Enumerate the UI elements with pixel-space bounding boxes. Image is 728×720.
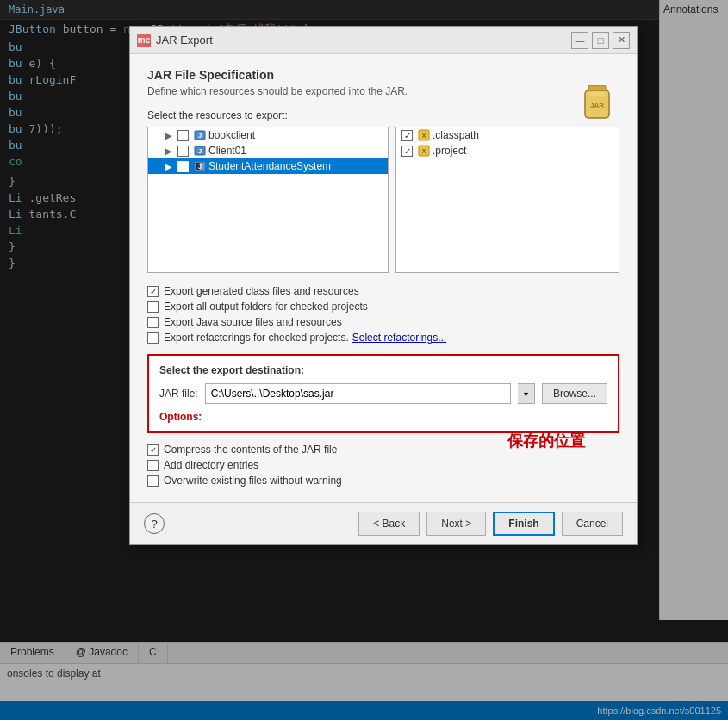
svg-text:X: X [422, 133, 426, 139]
svg-rect-0 [588, 85, 606, 90]
footer-left: ? [144, 513, 165, 534]
tree-label-bookclient: bookclient [208, 129, 255, 141]
file-item-project[interactable]: X .project [396, 143, 619, 158]
file-icon-classpath: X [418, 129, 430, 141]
jar-file-input[interactable]: C:\Users\..\Desktop\sas.jar [205, 383, 511, 404]
resource-label: Select the resources to export: [147, 109, 619, 121]
opt-label-0: Export generated class files and resourc… [164, 285, 359, 297]
dialog-body: JAR File Specification Define which reso… [130, 54, 637, 502]
compress-row-1: Add directory entries [147, 457, 619, 473]
file-icon-project: X [418, 145, 430, 157]
tree-label-student: StudentAttendanceSystem [208, 160, 331, 172]
tree-item-student[interactable]: ▶ J StudentAttendanceSystem [148, 158, 388, 174]
jar-file-label: JAR file: [159, 388, 198, 400]
options-label: Options: [159, 411, 607, 423]
svg-text:J: J [198, 132, 202, 140]
opt-row-1: Export all output folders for checked pr… [147, 299, 619, 314]
compress-checkbox-2[interactable] [147, 475, 159, 487]
svg-text:JAR: JAR [590, 102, 604, 109]
files-panel[interactable]: X .classpath X .project [395, 127, 619, 273]
compress-checkbox-0[interactable] [147, 444, 159, 456]
opt-checkbox-2[interactable] [147, 317, 159, 328]
annotation-text: 保存的位置 [507, 431, 585, 451]
checkbox-classpath[interactable] [401, 130, 413, 141]
opt-row-2: Export Java source files and resources [147, 314, 619, 330]
project-icon-bookclient: J [194, 129, 206, 141]
jar-export-dialog: me JAR Export — □ ✕ JAR File Specificati… [129, 26, 638, 545]
dialog-window-controls: — □ ✕ [571, 32, 630, 49]
tree-panel[interactable]: ▶ J bookclient ▶ J Client01 [147, 127, 389, 273]
svg-point-2 [588, 91, 606, 96]
export-dest-section: Select the export destination: JAR file:… [147, 354, 619, 433]
opt-checkbox-0[interactable] [147, 286, 159, 297]
compress-row-2: Overwrite existing files without warning [147, 473, 619, 488]
checkbox-project[interactable] [401, 146, 413, 157]
back-button[interactable]: < Back [358, 512, 420, 536]
tree-item-client01[interactable]: ▶ J Client01 [148, 143, 388, 158]
opt-label-2: Export Java source files and resources [164, 316, 342, 328]
cancel-button[interactable]: Cancel [562, 512, 623, 536]
checkbox-client01[interactable] [177, 146, 189, 157]
tree-item-bookclient[interactable]: ▶ J bookclient [148, 127, 388, 143]
jar-file-value: C:\Users\..\Desktop\sas.jar [211, 388, 334, 400]
close-button[interactable]: ✕ [613, 32, 630, 49]
help-button[interactable]: ? [144, 513, 165, 534]
opt-row-3: Export refactorings for checked projects… [147, 330, 619, 345]
minimize-button[interactable]: — [571, 32, 588, 49]
footer-right: < Back Next > Finish Cancel [358, 512, 623, 536]
compress-label-0: Compress the contents of the JAR file [164, 444, 337, 456]
select-refactorings-link[interactable]: Select refactorings... [352, 332, 446, 344]
tree-arrow-bookclient: ▶ [165, 131, 176, 140]
project-icon-student: J [194, 160, 206, 172]
svg-text:J: J [198, 147, 202, 155]
svg-text:X: X [422, 148, 426, 154]
checkbox-student[interactable] [177, 161, 189, 172]
file-label-classpath: .classpath [432, 129, 479, 141]
jar-file-row: JAR file: C:\Users\..\Desktop\sas.jar ▾ … [159, 383, 607, 404]
opt-row-0: Export generated class files and resourc… [147, 283, 619, 299]
section-desc: Define which resources should be exporte… [147, 85, 619, 97]
section-title: JAR File Specification [147, 68, 619, 82]
checkbox-bookclient[interactable] [177, 130, 189, 141]
file-label-project: .project [432, 145, 466, 157]
jar-dropdown[interactable]: ▾ [518, 383, 535, 404]
compress-label-1: Add directory entries [164, 459, 258, 471]
opt-label-3: Export refactorings for checked projects… [164, 332, 349, 344]
compress-checkbox-1[interactable] [147, 460, 159, 471]
compress-label-2: Overwrite existing files without warning [164, 475, 342, 487]
dest-label: Select the export destination: [159, 364, 607, 376]
project-icon-client01: J [194, 145, 206, 157]
opt-checkbox-3[interactable] [147, 332, 159, 344]
dialog-icon: me [137, 34, 151, 47]
svg-text:J: J [198, 163, 202, 171]
dialog-title: JAR Export [156, 34, 571, 47]
export-options-section: Export generated class files and resourc… [147, 283, 619, 345]
dialog-footer: ? < Back Next > Finish Cancel [130, 502, 637, 544]
resource-section: Select the resources to export: ▶ J book… [147, 109, 619, 273]
jar-icon: JAR [582, 85, 613, 127]
tree-arrow-student: ▶ [165, 162, 176, 171]
tree-arrow-client01: ▶ [165, 146, 176, 156]
opt-label-1: Export all output folders for checked pr… [164, 301, 368, 313]
file-item-classpath[interactable]: X .classpath [396, 127, 619, 143]
finish-button[interactable]: Finish [493, 512, 554, 536]
maximize-button[interactable]: □ [592, 32, 609, 49]
dialog-titlebar: me JAR Export — □ ✕ [130, 27, 637, 54]
opt-checkbox-1[interactable] [147, 301, 159, 313]
next-button[interactable]: Next > [426, 512, 486, 536]
browse-button[interactable]: Browse... [542, 383, 607, 404]
resource-panels: ▶ J bookclient ▶ J Client01 [147, 127, 619, 273]
tree-label-client01: Client01 [208, 145, 246, 157]
